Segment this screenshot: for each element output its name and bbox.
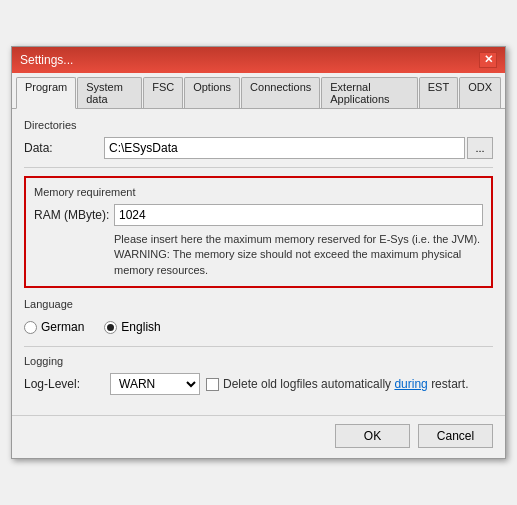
delete-logfiles-label: Delete old logfiles automatically during…	[223, 377, 468, 391]
german-radio-circle	[24, 321, 37, 334]
english-label: English	[121, 320, 160, 334]
logging-section: Logging Log-Level: WARN TRACE DEBUG INFO…	[24, 355, 493, 395]
english-radio[interactable]: English	[104, 320, 160, 334]
close-button[interactable]: ✕	[479, 52, 497, 68]
memory-label: Memory requirement	[34, 186, 483, 198]
directories-label: Directories	[24, 119, 493, 131]
tab-options[interactable]: Options	[184, 77, 240, 108]
tab-est[interactable]: EST	[419, 77, 458, 108]
tab-system-data[interactable]: System data	[77, 77, 142, 108]
ok-button[interactable]: OK	[335, 424, 410, 448]
language-label: Language	[24, 298, 493, 310]
delete-checkbox-box	[206, 378, 219, 391]
ram-label: RAM (MByte):	[34, 208, 114, 222]
settings-window: Settings... ✕ Program System data FSC Op…	[11, 46, 506, 459]
tab-content: Directories Data: ... Memory requirement…	[12, 109, 505, 415]
log-level-select[interactable]: WARN TRACE DEBUG INFO ERROR	[110, 373, 200, 395]
restart-label: restart.	[431, 377, 468, 391]
english-radio-circle	[104, 321, 117, 334]
divider-1	[24, 167, 493, 168]
tab-odx[interactable]: ODX	[459, 77, 501, 108]
data-path-input[interactable]	[104, 137, 465, 159]
browse-button[interactable]: ...	[467, 137, 493, 159]
cancel-button[interactable]: Cancel	[418, 424, 493, 448]
german-radio[interactable]: German	[24, 320, 84, 334]
tab-connections[interactable]: Connections	[241, 77, 320, 108]
log-level-label: Log-Level:	[24, 377, 104, 391]
data-label: Data:	[24, 141, 104, 155]
during-label: during	[394, 377, 427, 391]
ram-input[interactable]	[114, 204, 483, 226]
tab-bar: Program System data FSC Options Connecti…	[12, 73, 505, 109]
divider-2	[24, 346, 493, 347]
data-directory-row: Data: ...	[24, 137, 493, 159]
german-label: German	[41, 320, 84, 334]
delete-logfiles-checkbox[interactable]: Delete old logfiles automatically during…	[206, 377, 468, 391]
title-bar: Settings... ✕	[12, 47, 505, 73]
logging-label: Logging	[24, 355, 493, 367]
language-options: German English	[24, 316, 493, 338]
tab-external-applications[interactable]: External Applications	[321, 77, 418, 108]
log-level-row: Log-Level: WARN TRACE DEBUG INFO ERROR D…	[24, 373, 493, 395]
memory-requirement-section: Memory requirement RAM (MByte): Please i…	[24, 176, 493, 288]
tab-fsc[interactable]: FSC	[143, 77, 183, 108]
window-title: Settings...	[20, 53, 73, 67]
memory-warning: Please insert here the maximum memory re…	[114, 232, 483, 278]
button-row: OK Cancel	[12, 415, 505, 458]
tab-program[interactable]: Program	[16, 77, 76, 109]
ram-row: RAM (MByte):	[34, 204, 483, 226]
language-section: Language German English	[24, 298, 493, 338]
